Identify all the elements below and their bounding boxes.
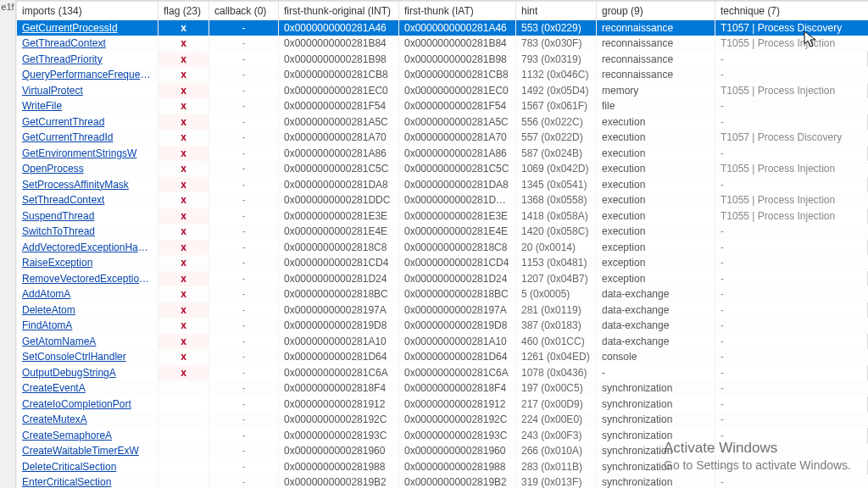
cell-imports[interactable]: QueryPerformanceFrequency xyxy=(17,67,159,83)
table-row[interactable]: AddVectoredExceptionHandlerx-0x000000000… xyxy=(17,240,869,256)
import-link[interactable]: GetThreadPriority xyxy=(22,53,103,65)
import-link[interactable]: GetThreadContext xyxy=(22,37,106,49)
cell-imports[interactable]: OutputDebugStringA xyxy=(17,365,159,381)
column-header-technique[interactable]: technique (7) xyxy=(715,2,869,20)
column-header-hint[interactable]: hint xyxy=(516,2,597,20)
cell-imports[interactable]: SwitchToThread xyxy=(17,224,159,240)
import-link[interactable]: OutputDebugStringA xyxy=(22,367,116,379)
import-link[interactable]: GetEnvironmentStringsW xyxy=(22,147,136,159)
column-header-callback[interactable]: callback (0) xyxy=(209,2,279,20)
cell-imports[interactable]: SetConsoleCtrlHandler xyxy=(17,349,159,365)
import-link[interactable]: CreateWaitableTimerExW xyxy=(22,445,139,457)
table-row[interactable]: SetProcessAffinityMaskx-0x0000000000281D… xyxy=(17,177,869,193)
table-row[interactable]: SuspendThreadx-0x0000000000281E3E0x00000… xyxy=(17,208,869,225)
cell-imports[interactable]: GetThreadContext xyxy=(17,36,159,52)
table-row[interactable]: CreateIoCompletionPort-0x000000000028191… xyxy=(17,396,869,413)
import-link[interactable]: SwitchToThread xyxy=(22,225,95,237)
cell-imports[interactable]: AddAtomA xyxy=(17,286,159,302)
column-header-flag[interactable]: flag (23) xyxy=(159,2,209,20)
table-row[interactable]: VirtualProtectx-0x0000000000281EC00x0000… xyxy=(17,83,869,99)
import-link[interactable]: RemoveVectoredExceptionH... xyxy=(22,273,159,285)
table-row[interactable]: GetCurrentThreadIdx-0x0000000000281A700x… xyxy=(17,130,869,146)
table-row[interactable]: CreateWaitableTimerExW-0x000000000028196… xyxy=(17,443,869,459)
import-link[interactable]: GetCurrentThreadId xyxy=(22,131,113,143)
import-link[interactable]: SetConsoleCtrlHandler xyxy=(22,351,126,363)
cell-imports[interactable]: SetProcessAffinityMask xyxy=(17,177,159,193)
cell-imports[interactable]: CreateWaitableTimerExW xyxy=(17,443,159,459)
cell-imports[interactable]: OpenProcess xyxy=(17,161,159,177)
import-link[interactable]: EnterCriticalSection xyxy=(22,476,111,488)
cell-imports[interactable]: FindAtomA xyxy=(17,318,159,334)
cell-imports[interactable]: VirtualProtect xyxy=(17,83,159,99)
cell-imports[interactable]: GetThreadPriority xyxy=(17,52,159,68)
import-link[interactable]: CreateIoCompletionPort xyxy=(22,398,131,410)
cell-imports[interactable]: CreateSemaphoreA xyxy=(17,428,159,444)
import-link[interactable]: OpenProcess xyxy=(22,163,84,175)
cell-imports[interactable]: RaiseException xyxy=(17,255,159,271)
table-row[interactable]: FindAtomAx-0x00000000002819D80x000000000… xyxy=(17,318,869,334)
table-row[interactable]: OutputDebugStringAx-0x0000000000281C6A0x… xyxy=(17,365,869,381)
table-row[interactable]: AddAtomAx-0x00000000002818BC0x0000000000… xyxy=(17,286,869,302)
table-row[interactable]: CreateMutexA-0x000000000028192C0x0000000… xyxy=(17,412,869,428)
cell-imports[interactable]: DeleteAtom xyxy=(17,302,159,319)
cell-imports[interactable]: GetCurrentProcessId xyxy=(17,20,159,36)
cell-imports[interactable]: CreateIoCompletionPort xyxy=(17,396,159,413)
import-link[interactable]: CreateEventA xyxy=(22,382,86,394)
table-row[interactable]: WriteFilex-0x0000000000281F540x000000000… xyxy=(17,98,869,114)
import-link[interactable]: AddAtomA xyxy=(22,288,70,300)
import-link[interactable]: VirtualProtect xyxy=(22,85,83,97)
table-row[interactable]: CreateEventA-0x00000000002818F40x0000000… xyxy=(17,380,869,396)
column-header-imports[interactable]: imports (134) xyxy=(17,2,159,20)
table-row[interactable]: GetThreadPriorityx-0x0000000000281B980x0… xyxy=(17,52,869,68)
table-row[interactable]: EnterCriticalSection-0x00000000002819B20… xyxy=(17,474,869,488)
import-link[interactable]: CreateSemaphoreA xyxy=(22,430,112,441)
import-link[interactable]: WriteFile xyxy=(22,100,62,112)
table-row[interactable]: GetEnvironmentStringsWx-0x0000000000281A… xyxy=(17,146,869,162)
import-link[interactable]: FindAtomA xyxy=(22,319,72,331)
table-row[interactable]: OpenProcessx-0x0000000000281C5C0x0000000… xyxy=(17,161,869,177)
import-link[interactable]: SetProcessAffinityMask xyxy=(22,179,129,191)
import-link[interactable]: SetThreadContext xyxy=(22,194,104,206)
cell-imports[interactable]: EnterCriticalSection xyxy=(17,474,159,488)
cell-group: console xyxy=(597,349,715,365)
cell-imports[interactable]: AddVectoredExceptionHandler xyxy=(17,240,159,256)
table-row[interactable]: GetCurrentProcessIdx-0x0000000000281A460… xyxy=(17,20,869,36)
import-link[interactable]: GetCurrentThread xyxy=(22,116,104,128)
cell-imports[interactable]: SetThreadContext xyxy=(17,192,159,208)
cell-imports[interactable]: GetCurrentThread xyxy=(17,114,159,130)
cell-imports[interactable]: GetEnvironmentStringsW xyxy=(17,146,159,162)
table-row[interactable]: QueryPerformanceFrequencyx-0x00000000002… xyxy=(17,67,869,83)
table-row[interactable]: SetThreadContextx-0x0000000000281DDC0x00… xyxy=(17,192,869,208)
import-link[interactable]: GetCurrentProcessId xyxy=(22,22,118,34)
cell-imports[interactable]: GetAtomNameA xyxy=(17,334,159,350)
table-row[interactable]: GetThreadContextx-0x0000000000281B840x00… xyxy=(17,36,869,52)
table-row[interactable]: RemoveVectoredExceptionH...x-0x000000000… xyxy=(17,271,869,287)
cell-imports[interactable]: SuspendThread xyxy=(17,208,159,225)
cell-imports[interactable]: WriteFile xyxy=(17,98,159,114)
table-row[interactable]: CreateSemaphoreA-0x000000000028193C0x000… xyxy=(17,428,869,444)
import-link[interactable]: AddVectoredExceptionHandler xyxy=(22,241,159,253)
table-row[interactable]: SetConsoleCtrlHandlerx-0x0000000000281D6… xyxy=(17,349,869,365)
column-header-group[interactable]: group (9) xyxy=(597,2,715,20)
table-row[interactable]: DeleteCriticalSection-0x0000000000281988… xyxy=(17,459,869,475)
table-row[interactable]: SwitchToThreadx-0x0000000000281E4E0x0000… xyxy=(17,224,869,240)
column-header-iat[interactable]: first-thunk (IAT) xyxy=(399,2,516,20)
import-link[interactable]: SuspendThread xyxy=(22,210,94,222)
import-link[interactable]: QueryPerformanceFrequency xyxy=(22,69,156,80)
import-link[interactable]: DeleteCriticalSection xyxy=(22,461,116,473)
import-link[interactable]: RaiseException xyxy=(22,257,92,269)
cell-imports[interactable]: CreateMutexA xyxy=(17,412,159,428)
cell-imports[interactable]: GetCurrentThreadId xyxy=(17,130,159,146)
table-row[interactable]: GetCurrentThreadx-0x0000000000281A5C0x00… xyxy=(17,114,869,130)
cell-technique: - xyxy=(715,396,869,413)
table-row[interactable]: DeleteAtomx-0x000000000028197A0x00000000… xyxy=(17,302,869,319)
import-link[interactable]: GetAtomNameA xyxy=(22,336,96,347)
column-header-int[interactable]: first-thunk-original (INT) xyxy=(279,2,399,20)
table-row[interactable]: RaiseExceptionx-0x0000000000281CD40x0000… xyxy=(17,255,869,271)
cell-imports[interactable]: DeleteCriticalSection xyxy=(17,459,159,475)
cell-imports[interactable]: CreateEventA xyxy=(17,380,159,396)
import-link[interactable]: CreateMutexA xyxy=(22,413,87,425)
cell-imports[interactable]: RemoveVectoredExceptionH... xyxy=(17,271,159,287)
import-link[interactable]: DeleteAtom xyxy=(22,304,75,316)
table-row[interactable]: GetAtomNameAx-0x0000000000281A100x000000… xyxy=(17,334,869,350)
